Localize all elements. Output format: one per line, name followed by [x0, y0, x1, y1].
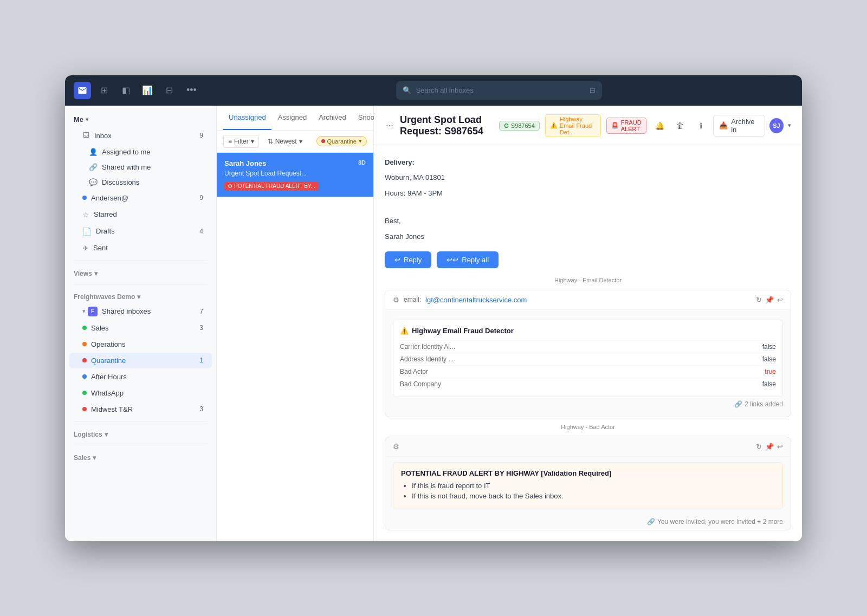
refresh-icon-2[interactable]: ↻ — [756, 443, 762, 451]
sign-off: Best, — [385, 216, 791, 227]
avatar[interactable]: SJ — [769, 118, 784, 133]
refresh-icon[interactable]: ↻ — [756, 296, 762, 304]
tag-fraud-label: FRAUD ALERT — [621, 119, 642, 132]
gear-icon-2[interactable]: ⚙ — [393, 443, 399, 451]
reply-button[interactable]: ↩ Reply — [385, 251, 431, 268]
after-hours-dot — [82, 374, 87, 379]
sidebar-item-after-hours[interactable]: After Hours — [69, 369, 212, 385]
sidebar-item-sales[interactable]: Sales 3 — [69, 320, 212, 336]
tab-assigned[interactable]: Assigned — [273, 106, 312, 130]
sidebar-divider-2 — [74, 284, 208, 284]
bell-button[interactable]: 🔔 — [652, 117, 668, 134]
reply-sm-icon-2[interactable]: ↩ — [777, 443, 783, 451]
info-button[interactable]: ℹ — [693, 117, 709, 134]
after-hours-label: After Hours — [91, 373, 127, 381]
grid-nav-icon[interactable]: ⊞ — [95, 82, 113, 99]
delivery-address: Woburn, MA 01801 — [385, 172, 791, 184]
delivery-label: Delivery: — [385, 157, 791, 168]
drafts-label: Drafts — [96, 227, 115, 235]
tag-highway-fraud[interactable]: ⚠️ Highway Email Fraud Det... — [545, 114, 601, 137]
quarantine-label: Quarantine — [91, 356, 126, 365]
sidebar-item-inbox[interactable]: Inbox 9 — [69, 127, 212, 144]
avatar-chevron[interactable]: ▾ — [788, 122, 791, 129]
logistics-chevron: ▾ — [105, 431, 108, 438]
sidebar-item-discussions[interactable]: 💬 Discussions — [69, 175, 212, 190]
filter-search-icon[interactable]: ⊟ — [590, 86, 596, 94]
fraud-val-3: true — [765, 368, 776, 375]
sidebar-divider-3 — [74, 422, 208, 422]
sales-chevron: ▾ — [93, 454, 96, 462]
sidebar-item-operations[interactable]: Operations — [69, 336, 212, 352]
search-input[interactable] — [416, 86, 583, 94]
bot-card-2-actions: ↻ 📌 ↩ — [756, 443, 783, 451]
quarantine-filter-dot — [321, 139, 325, 143]
sidebar-item-sent[interactable]: ✈ Sent — [69, 240, 212, 256]
quarantine-badge: 1 — [199, 356, 203, 364]
tab-unassigned[interactable]: Unassigned — [223, 106, 271, 130]
reply-sm-icon[interactable]: ↩ — [777, 296, 783, 304]
email-list-item[interactable]: Sarah Jones 8D Urgent Spot Load Request.… — [217, 153, 373, 197]
sidebar-item-shared-with-me[interactable]: 🔗 Shared with me — [69, 160, 212, 174]
bot-card-2-label: Highway - Bad Actor — [385, 424, 791, 430]
email-detail-title: Urgent Spot Load Request: S987654 — [400, 114, 494, 137]
sort-label: Newest — [275, 138, 297, 145]
sidebar-item-drafts[interactable]: 📄 Drafts 4 — [69, 223, 212, 239]
more-options-button[interactable]: ⋯ — [385, 117, 394, 134]
pin-icon[interactable]: 📌 — [765, 296, 774, 304]
pin-icon-2[interactable]: 📌 — [765, 443, 774, 451]
inbox-icon — [82, 131, 90, 140]
sidebar-item-whatsapp[interactable]: WhatsApp — [69, 385, 212, 401]
archive-button[interactable]: 📥 Archive in — [713, 115, 765, 137]
sidebar-user[interactable]: Me ▾ — [65, 112, 216, 127]
sent-icon: ✈ — [82, 244, 89, 252]
save-nav-icon[interactable]: ◧ — [117, 82, 134, 99]
split-nav-icon[interactable]: ⊟ — [160, 82, 178, 99]
tag-fraud-alert[interactable]: 🚨 FRAUD ALERT — [606, 118, 646, 134]
midwest-badge: 3 — [199, 405, 203, 413]
sidebar: Me ▾ Inbox 9 👤 Assigned to me 🔗 Shared w… — [65, 106, 217, 541]
links-added-text: 2 links added — [745, 400, 783, 408]
bot-card-1-content: ⚠️ Highway Email Fraud Detector Carrier … — [385, 310, 791, 417]
chat-icon: 💬 — [89, 178, 98, 186]
fraud-val-2: false — [762, 355, 776, 363]
sidebar-item-andersen[interactable]: Andersen@ 9 — [69, 190, 212, 206]
tab-archived[interactable]: Archived — [313, 106, 352, 130]
sidebar-sales-header[interactable]: Sales ▾ — [65, 450, 216, 464]
sort-chevron-icon: ▾ — [299, 138, 302, 145]
sidebar-freightwaves-header[interactable]: Freightwaves Demo ▾ — [65, 289, 216, 303]
reply-all-button[interactable]: ↩↩ Reply all — [437, 251, 499, 268]
sidebar-item-midwest[interactable]: Midwest T&R 3 — [69, 401, 212, 417]
shared-inboxes-header[interactable]: ▾ F Shared inboxes 7 — [69, 303, 212, 320]
shared-with-me-label: Shared with me — [102, 163, 151, 171]
bad-actor-header: ⚙ ↻ 📌 ↩ — [385, 437, 791, 457]
chevron-down-icon: ▾ — [86, 116, 88, 122]
sidebar-item-starred[interactable]: ☆ Starred — [69, 206, 212, 223]
fraud-detector-card: ⚠️ Highway Email Fraud Detector Carrier … — [393, 320, 783, 397]
filter-label: Filter — [234, 138, 249, 145]
chart-nav-icon[interactable]: 📊 — [139, 82, 156, 99]
email-sender-name: Sarah Jones — [224, 159, 266, 167]
mail-nav-icon[interactable] — [74, 82, 91, 99]
email-time: 8D — [358, 159, 366, 167]
sort-button[interactable]: ⇅ Newest ▾ — [263, 135, 307, 147]
email-list: Unassigned Assigned Archived Snoozed Tra… — [217, 106, 374, 541]
fraud-bullets: If this is fraud report to IT If this is… — [401, 482, 775, 500]
more-nav-icon[interactable]: ••• — [186, 85, 197, 96]
fraud-icon: ⚙ — [228, 183, 232, 189]
sidebar-logistics-header[interactable]: Logistics ▾ — [65, 426, 216, 440]
sidebar-views-header[interactable]: Views ▾ — [65, 265, 216, 280]
trash-button[interactable]: 🗑 — [672, 117, 688, 134]
gear-icon-1[interactable]: ⚙ — [393, 296, 399, 304]
sidebar-item-quarantine[interactable]: Quarantine 1 — [69, 353, 212, 368]
warning-emoji: ⚠️ — [400, 327, 409, 335]
sales-dot — [82, 326, 87, 330]
tag-s987654[interactable]: G S987654 — [499, 121, 540, 131]
fraud-key-2: Address Identity ... — [400, 355, 762, 363]
fraud-row-3: Bad Actor true — [400, 365, 776, 378]
quarantine-filter-badge[interactable]: Quarantine ▾ — [316, 136, 367, 146]
list-controls: ≡ Filter ▾ ⇅ Newest ▾ Quarantine ▾ — [217, 131, 373, 153]
search-bar[interactable]: 🔍 ⊟ — [396, 81, 602, 100]
email-link[interactable]: lgt@continentaltruckservice.com — [425, 296, 527, 304]
filter-button[interactable]: ≡ Filter ▾ — [223, 135, 259, 148]
sidebar-item-assigned-to-me[interactable]: 👤 Assigned to me — [69, 145, 212, 159]
